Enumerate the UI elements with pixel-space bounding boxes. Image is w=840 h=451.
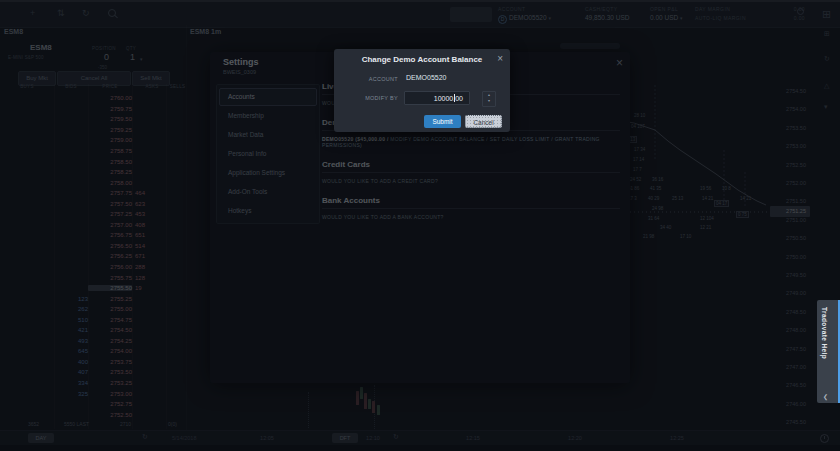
day-badge[interactable]: DAY <box>28 433 54 443</box>
grid-icon[interactable]: ⊞ <box>822 8 831 21</box>
chart-type-icon[interactable]: ⊞ <box>824 30 830 38</box>
ladder-cell-asks[interactable]: 514 <box>132 243 169 249</box>
add-module-icon[interactable]: + <box>30 7 35 19</box>
ladder-cell-price[interactable]: 2755.00 <box>88 306 132 312</box>
ladder-row[interactable]: 2759.25 <box>0 125 186 136</box>
ladder-cell-price[interactable]: 2757.75 <box>88 190 132 196</box>
ladder-row[interactable]: 2752.75 <box>0 399 186 410</box>
ladder-row[interactable]: 2757.00408 <box>0 220 186 231</box>
ladder-row[interactable]: 2757.50623 <box>0 198 186 209</box>
ladder-cell-asks[interactable]: 623 <box>132 201 169 207</box>
ladder-cell-price[interactable]: 2757.25 <box>88 211 132 217</box>
ladder-row[interactable]: 2758.50 <box>0 156 186 167</box>
search-icon[interactable] <box>108 9 116 17</box>
ladder-row[interactable]: 2755.5019 <box>0 283 186 294</box>
ladder-row[interactable]: 2752.50 <box>0 409 186 420</box>
ladder-row[interactable]: 2756.25671 <box>0 251 186 262</box>
ladder-cell-bids[interactable]: 493 <box>54 338 88 344</box>
ladder-cell-bids[interactable]: 334 <box>54 380 88 386</box>
ladder-row[interactable]: 3252753.00 <box>0 388 186 399</box>
settings-menu-application-settings[interactable]: Application Settings <box>219 164 317 182</box>
ladder-row[interactable]: 6452754.00 <box>0 346 186 357</box>
ladder-cell-price[interactable]: 2754.00 <box>88 348 132 354</box>
ladder-cell-asks[interactable]: 671 <box>132 253 169 259</box>
ladder-cell-bids[interactable]: 325 <box>54 391 88 397</box>
chevron-down-icon[interactable]: ▾ <box>824 103 828 111</box>
ladder-cell-price[interactable]: 2756.00 <box>88 264 132 270</box>
refresh-icon[interactable]: ↻ <box>393 433 399 441</box>
refresh-icon[interactable]: ↻ <box>82 7 90 19</box>
modify-amount-input[interactable]: 10000.00 <box>404 91 470 105</box>
ladder-cell-price[interactable]: 2757.50 <box>88 201 132 207</box>
ladder-cell-bids[interactable]: 123 <box>54 296 88 302</box>
ladder-row[interactable]: 4212754.50 <box>0 325 186 336</box>
ladder-cell-price[interactable]: 2753.50 <box>88 369 132 375</box>
ladder-cell-price[interactable]: 2752.50 <box>88 412 132 418</box>
spinner-down-icon[interactable]: ▾ <box>483 98 495 104</box>
openpl-value[interactable]: 0.00 USD ▾ <box>650 14 683 21</box>
ladder-row[interactable]: 2759.50 <box>0 114 186 125</box>
ladder-row[interactable]: 2756.50514 <box>0 241 186 252</box>
ladder-cell-asks[interactable]: 288 <box>132 264 169 270</box>
qty-value[interactable]: 1 <box>130 52 135 62</box>
close-icon[interactable]: × <box>616 56 623 70</box>
ladder-cell-price[interactable]: 2759.25 <box>88 127 132 133</box>
ladder-row[interactable]: 2759.75 <box>0 104 186 115</box>
ladder-cell-price[interactable]: 2756.50 <box>88 243 132 249</box>
ladder-row[interactable]: 2758.00 <box>0 177 186 188</box>
settings-menu-membership[interactable]: Membership <box>219 107 317 125</box>
ladder-row[interactable]: 2756.00288 <box>0 262 186 273</box>
ladder-cell-bids[interactable]: 407 <box>54 369 88 375</box>
ladder-row[interactable]: 3342753.25 <box>0 378 186 389</box>
ladder-row[interactable]: 2757.75464 <box>0 188 186 199</box>
ladder-cell-asks[interactable]: 651 <box>132 232 169 238</box>
cancel-button[interactable]: Cancel <box>465 115 502 128</box>
ladder-cell-price[interactable]: 2759.00 <box>88 137 132 143</box>
ladder-row[interactable]: 4002753.75 <box>0 357 186 368</box>
ladder-row[interactable]: 2760.00 <box>0 93 186 104</box>
ladder-cell-bids[interactable]: 421 <box>54 327 88 333</box>
amount-stepper[interactable]: ▴▾ <box>482 91 496 107</box>
ladder-cell-asks[interactable]: 408 <box>132 222 169 228</box>
ladder-cell-asks[interactable]: 453 <box>132 211 169 217</box>
ladder-row[interactable]: 4932754.25 <box>0 336 186 347</box>
chevron-down-icon[interactable]: ▾ <box>140 56 143 62</box>
settings-menu-market-data[interactable]: Market Data <box>219 126 317 144</box>
ladder-cell-bids[interactable]: 645 <box>54 348 88 354</box>
ladder-cell-price[interactable]: 2755.25 <box>88 296 132 302</box>
settings-menu-accounts[interactable]: Accounts <box>219 88 317 106</box>
ladder-cell-price[interactable]: 2758.50 <box>88 159 132 165</box>
submit-button[interactable]: Submit <box>424 115 461 128</box>
ladder-cell-price[interactable]: 2754.75 <box>88 317 132 323</box>
ladder-row[interactable]: 2622755.00 <box>0 304 186 315</box>
ladder-cell-asks[interactable]: 128 <box>132 275 169 281</box>
ladder-row[interactable]: 4072753.50 <box>0 367 186 378</box>
ladder-cell-price[interactable]: 2755.75 <box>88 275 132 281</box>
ladder-cell-price[interactable]: 2757.00 <box>88 222 132 228</box>
ladder-cell-price[interactable]: 2758.25 <box>88 169 132 175</box>
ladder-cell-price[interactable]: 2756.75 <box>88 232 132 238</box>
ladder-cell-price[interactable]: 2753.25 <box>88 380 132 386</box>
ladder-cell-price[interactable]: 2759.75 <box>88 106 132 112</box>
ladder-row[interactable]: 2759.00 <box>0 135 186 146</box>
ladder-cell-bids[interactable]: 510 <box>54 317 88 323</box>
ladder-row[interactable]: 2756.75651 <box>0 230 186 241</box>
ladder-cell-price[interactable]: 2758.75 <box>88 148 132 154</box>
clock-icon[interactable] <box>820 434 829 443</box>
ladder-cell-price[interactable]: 2760.00 <box>88 95 132 101</box>
triangle-icon[interactable]: △ <box>824 82 829 90</box>
ladder-cell-price[interactable]: 2758.00 <box>88 180 132 186</box>
ladder-row[interactable]: 2758.25 <box>0 167 186 178</box>
ladder-cell-bids[interactable]: 400 <box>54 359 88 365</box>
help-tab[interactable]: Tradovate Help ❮ <box>817 300 840 403</box>
ladder-cell-price[interactable]: 2754.50 <box>88 327 132 333</box>
toolbar-button[interactable] <box>450 7 492 22</box>
ladder-cell-asks[interactable]: 464 <box>132 190 169 196</box>
settings-menu-personal-info[interactable]: Personal Info <box>219 145 317 163</box>
ladder-cell-price[interactable]: 2753.75 <box>88 359 132 365</box>
ladder-row[interactable]: 2757.25453 <box>0 209 186 220</box>
settings-menu-hotkeys[interactable]: Hotkeys <box>219 202 317 220</box>
refresh-icon[interactable]: ↻ <box>142 433 148 441</box>
dft-badge[interactable]: DFT <box>332 433 358 443</box>
ladder-cell-bids[interactable]: 262 <box>54 306 88 312</box>
